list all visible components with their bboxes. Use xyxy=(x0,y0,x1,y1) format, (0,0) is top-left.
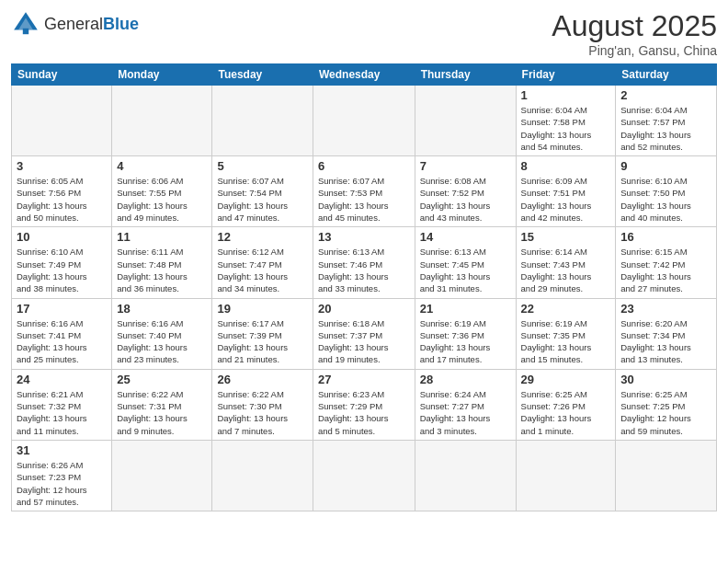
day-info: Sunrise: 6:16 AMSunset: 7:41 PMDaylight:… xyxy=(17,317,107,366)
day-info: Sunrise: 6:22 AMSunset: 7:31 PMDaylight:… xyxy=(117,388,207,437)
weekday-header-monday: Monday xyxy=(112,64,212,86)
calendar-cell: 20Sunrise: 6:18 AMSunset: 7:37 PMDayligh… xyxy=(313,298,415,369)
day-number: 26 xyxy=(217,373,307,386)
day-info: Sunrise: 6:13 AMSunset: 7:46 PMDaylight:… xyxy=(318,246,410,294)
calendar-week-row: 10Sunrise: 6:10 AMSunset: 7:49 PMDayligh… xyxy=(12,227,717,298)
logo: GeneralBlue xyxy=(11,9,139,39)
day-number: 18 xyxy=(117,302,207,316)
calendar-cell: 1Sunrise: 6:04 AMSunset: 7:58 PMDaylight… xyxy=(516,86,616,156)
day-info: Sunrise: 6:17 AMSunset: 7:39 PMDaylight:… xyxy=(217,317,307,366)
day-number: 1 xyxy=(521,88,611,102)
day-info: Sunrise: 6:04 AMSunset: 7:57 PMDaylight:… xyxy=(620,104,711,153)
calendar-cell xyxy=(12,86,112,156)
calendar-cell: 11Sunrise: 6:11 AMSunset: 7:48 PMDayligh… xyxy=(112,227,212,298)
day-info: Sunrise: 6:25 AMSunset: 7:26 PMDaylight:… xyxy=(521,388,611,437)
day-info: Sunrise: 6:23 AMSunset: 7:29 PMDaylight:… xyxy=(318,388,410,437)
day-number: 12 xyxy=(217,230,307,244)
calendar-week-row: 17Sunrise: 6:16 AMSunset: 7:41 PMDayligh… xyxy=(12,298,717,369)
calendar-cell: 21Sunrise: 6:19 AMSunset: 7:36 PMDayligh… xyxy=(415,298,516,369)
calendar-cell: 14Sunrise: 6:13 AMSunset: 7:45 PMDayligh… xyxy=(415,227,516,298)
calendar-cell: 22Sunrise: 6:19 AMSunset: 7:35 PMDayligh… xyxy=(516,298,616,369)
day-info: Sunrise: 6:22 AMSunset: 7:30 PMDaylight:… xyxy=(217,388,307,437)
calendar-week-row: 31Sunrise: 6:26 AMSunset: 7:23 PMDayligh… xyxy=(12,440,717,511)
calendar-week-row: 24Sunrise: 6:21 AMSunset: 7:32 PMDayligh… xyxy=(12,369,717,440)
calendar-cell: 5Sunrise: 6:07 AMSunset: 7:54 PMDaylight… xyxy=(212,156,313,227)
location: Ping'an, Gansu, China xyxy=(552,43,717,58)
weekday-header-friday: Friday xyxy=(516,64,616,86)
day-info: Sunrise: 6:15 AMSunset: 7:42 PMDaylight:… xyxy=(620,246,711,294)
calendar-cell: 27Sunrise: 6:23 AMSunset: 7:29 PMDayligh… xyxy=(313,369,415,440)
weekday-header-wednesday: Wednesday xyxy=(313,64,415,86)
calendar-cell: 10Sunrise: 6:10 AMSunset: 7:49 PMDayligh… xyxy=(12,227,112,298)
day-info: Sunrise: 6:26 AMSunset: 7:23 PMDaylight:… xyxy=(17,459,107,508)
day-info: Sunrise: 6:14 AMSunset: 7:43 PMDaylight:… xyxy=(521,246,611,294)
day-info: Sunrise: 6:12 AMSunset: 7:47 PMDaylight:… xyxy=(217,246,307,294)
calendar-cell: 4Sunrise: 6:06 AMSunset: 7:55 PMDaylight… xyxy=(112,156,212,227)
weekday-header-saturday: Saturday xyxy=(616,64,717,86)
calendar-week-row: 3Sunrise: 6:05 AMSunset: 7:56 PMDaylight… xyxy=(12,156,717,227)
calendar-cell: 15Sunrise: 6:14 AMSunset: 7:43 PMDayligh… xyxy=(516,227,616,298)
day-number: 20 xyxy=(318,302,410,316)
day-info: Sunrise: 6:24 AMSunset: 7:27 PMDaylight:… xyxy=(420,388,511,437)
day-number: 4 xyxy=(117,159,207,173)
day-info: Sunrise: 6:16 AMSunset: 7:40 PMDaylight:… xyxy=(117,317,207,366)
day-info: Sunrise: 6:13 AMSunset: 7:45 PMDaylight:… xyxy=(420,246,511,294)
calendar-cell xyxy=(212,440,313,511)
day-info: Sunrise: 6:04 AMSunset: 7:58 PMDaylight:… xyxy=(521,104,611,153)
calendar-cell: 30Sunrise: 6:25 AMSunset: 7:25 PMDayligh… xyxy=(616,369,717,440)
day-number: 30 xyxy=(620,373,711,386)
calendar-cell: 25Sunrise: 6:22 AMSunset: 7:31 PMDayligh… xyxy=(112,369,212,440)
month-year: August 2025 xyxy=(552,9,717,43)
day-number: 13 xyxy=(318,230,410,244)
day-number: 28 xyxy=(420,373,511,386)
day-number: 23 xyxy=(620,302,711,316)
calendar-cell: 17Sunrise: 6:16 AMSunset: 7:41 PMDayligh… xyxy=(12,298,112,369)
calendar-week-row: 1Sunrise: 6:04 AMSunset: 7:58 PMDaylight… xyxy=(12,86,717,156)
day-number: 22 xyxy=(521,302,611,316)
calendar-cell: 28Sunrise: 6:24 AMSunset: 7:27 PMDayligh… xyxy=(415,369,516,440)
calendar-cell xyxy=(112,440,212,511)
day-number: 14 xyxy=(420,230,511,244)
logo-text: GeneralBlue xyxy=(44,16,139,32)
day-number: 5 xyxy=(217,159,307,173)
calendar-cell: 19Sunrise: 6:17 AMSunset: 7:39 PMDayligh… xyxy=(212,298,313,369)
day-number: 24 xyxy=(17,373,107,386)
day-info: Sunrise: 6:05 AMSunset: 7:56 PMDaylight:… xyxy=(17,175,107,224)
calendar-cell xyxy=(112,86,212,156)
calendar-cell: 12Sunrise: 6:12 AMSunset: 7:47 PMDayligh… xyxy=(212,227,313,298)
day-number: 21 xyxy=(420,302,511,316)
day-info: Sunrise: 6:07 AMSunset: 7:54 PMDaylight:… xyxy=(217,175,307,224)
calendar-cell: 8Sunrise: 6:09 AMSunset: 7:51 PMDaylight… xyxy=(516,156,616,227)
calendar-cell: 18Sunrise: 6:16 AMSunset: 7:40 PMDayligh… xyxy=(112,298,212,369)
weekday-header-tuesday: Tuesday xyxy=(212,64,313,86)
logo-icon xyxy=(11,9,40,39)
calendar-cell: 23Sunrise: 6:20 AMSunset: 7:34 PMDayligh… xyxy=(616,298,717,369)
day-number: 15 xyxy=(521,230,611,244)
day-number: 7 xyxy=(420,159,511,173)
calendar-cell: 24Sunrise: 6:21 AMSunset: 7:32 PMDayligh… xyxy=(12,369,112,440)
calendar-cell xyxy=(415,440,516,511)
weekday-header-sunday: Sunday xyxy=(12,64,112,86)
day-info: Sunrise: 6:06 AMSunset: 7:55 PMDaylight:… xyxy=(117,175,207,224)
logo-general: General xyxy=(44,15,103,33)
day-info: Sunrise: 6:25 AMSunset: 7:25 PMDaylight:… xyxy=(620,388,711,437)
calendar-cell: 31Sunrise: 6:26 AMSunset: 7:23 PMDayligh… xyxy=(12,440,112,511)
day-info: Sunrise: 6:19 AMSunset: 7:35 PMDaylight:… xyxy=(521,317,611,366)
svg-rect-2 xyxy=(23,29,28,34)
calendar-cell: 2Sunrise: 6:04 AMSunset: 7:57 PMDaylight… xyxy=(616,86,717,156)
page-header: GeneralBlue August 2025 Ping'an, Gansu, … xyxy=(11,9,717,58)
day-info: Sunrise: 6:09 AMSunset: 7:51 PMDaylight:… xyxy=(521,175,611,224)
day-info: Sunrise: 6:10 AMSunset: 7:50 PMDaylight:… xyxy=(620,175,711,224)
day-number: 17 xyxy=(17,302,107,316)
day-number: 3 xyxy=(17,159,107,173)
calendar: SundayMondayTuesdayWednesdayThursdayFrid… xyxy=(11,63,717,511)
calendar-cell: 26Sunrise: 6:22 AMSunset: 7:30 PMDayligh… xyxy=(212,369,313,440)
calendar-cell: 3Sunrise: 6:05 AMSunset: 7:56 PMDaylight… xyxy=(12,156,112,227)
calendar-cell: 13Sunrise: 6:13 AMSunset: 7:46 PMDayligh… xyxy=(313,227,415,298)
weekday-header-row: SundayMondayTuesdayWednesdayThursdayFrid… xyxy=(12,64,717,86)
calendar-cell xyxy=(415,86,516,156)
day-number: 11 xyxy=(117,230,207,244)
day-info: Sunrise: 6:18 AMSunset: 7:37 PMDaylight:… xyxy=(318,317,410,366)
day-number: 10 xyxy=(17,230,107,244)
day-info: Sunrise: 6:10 AMSunset: 7:49 PMDaylight:… xyxy=(17,246,107,294)
